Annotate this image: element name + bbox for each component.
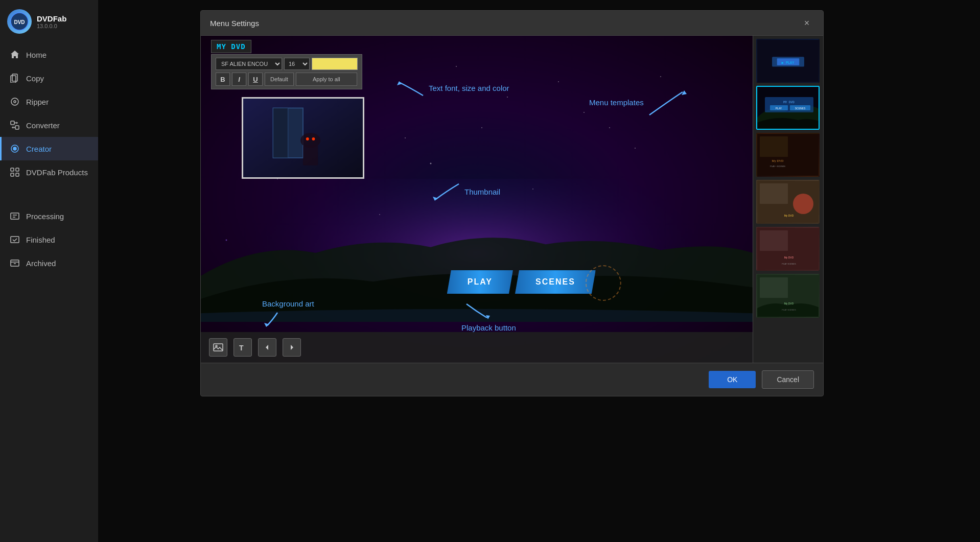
- text-tool-button[interactable]: T: [234, 338, 252, 357]
- next-template-button[interactable]: [283, 338, 301, 357]
- svg-rect-10: [11, 168, 14, 171]
- template-thumb-3[interactable]: My DVD PLAY • SCENES: [756, 133, 820, 177]
- svg-text:My DVD: My DVD: [784, 214, 794, 217]
- prev-template-button[interactable]: [258, 338, 276, 357]
- template-4-preview: My DVD: [757, 181, 820, 224]
- svg-text:DVD: DVD: [14, 19, 25, 25]
- default-button[interactable]: Default: [265, 73, 294, 86]
- sidebar-label-converter: Converter: [26, 121, 60, 130]
- svg-text:MY DVD: MY DVD: [783, 100, 795, 104]
- playback-buttons-container: PLAY SCENES: [447, 270, 596, 294]
- svg-rect-57: [760, 277, 788, 298]
- svg-text:PLAY SCENES: PLAY SCENES: [782, 309, 796, 311]
- font-family-select[interactable]: SF ALIEN ENCOU: [216, 58, 282, 70]
- scenes-button[interactable]: SCENES: [515, 270, 596, 294]
- underline-button[interactable]: U: [248, 73, 263, 86]
- copy-icon: [10, 73, 20, 83]
- svg-point-22: [306, 137, 309, 140]
- svg-rect-49: [760, 183, 788, 204]
- ok-button[interactable]: OK: [709, 371, 756, 388]
- template-5-preview: My DVD PLAY SCENES: [757, 228, 820, 271]
- ripper-icon: [10, 97, 20, 107]
- modal-title: Menu Settings: [210, 19, 259, 28]
- sidebar-item-finished[interactable]: Finished: [0, 228, 98, 251]
- svg-rect-45: [760, 136, 788, 157]
- svg-rect-24: [303, 146, 318, 166]
- svg-point-5: [14, 101, 16, 103]
- svg-text:PLAY • SCENES: PLAY • SCENES: [770, 165, 785, 168]
- sidebar-label-archived: Archived: [26, 259, 56, 268]
- svg-rect-15: [11, 237, 19, 243]
- svg-rect-3: [11, 76, 16, 83]
- svg-text:T: T: [239, 344, 244, 352]
- svg-rect-16: [11, 260, 19, 266]
- template-1-preview: ▶ PLAY: [757, 39, 819, 83]
- svg-text:SCENES: SCENES: [795, 107, 806, 110]
- svg-rect-53: [760, 230, 788, 251]
- preview-title-text[interactable]: MY DVD: [211, 40, 251, 53]
- thumbnail-svg: [243, 97, 363, 179]
- modal-footer: OK Cancel: [201, 363, 823, 396]
- play-button[interactable]: PLAY: [447, 270, 513, 294]
- sidebar-item-ripper[interactable]: Ripper: [0, 90, 98, 113]
- svg-point-23: [312, 137, 315, 140]
- sidebar: DVD DVDFab 13.0.0.0 Home Copy: [0, 0, 98, 542]
- app-logo: DVD DVDFab 13.0.0.0: [0, 0, 98, 43]
- sidebar-item-creator[interactable]: Creator: [0, 137, 98, 160]
- sidebar-item-copy[interactable]: Copy: [0, 66, 98, 90]
- template-thumb-6[interactable]: My DVD PLAY SCENES: [756, 274, 820, 318]
- sidebar-item-archived[interactable]: Archived: [0, 251, 98, 275]
- template-thumb-5[interactable]: My DVD PLAY SCENES: [756, 227, 820, 271]
- apply-to-all-button[interactable]: Apply to all: [296, 73, 357, 86]
- svg-text:▶ PLAY: ▶ PLAY: [782, 61, 794, 65]
- app-name-version: DVDFab 13.0.0.0: [37, 14, 66, 29]
- sidebar-label-processing: Processing: [26, 212, 64, 221]
- creator-icon: [10, 144, 20, 154]
- sidebar-label-creator: Creator: [26, 145, 52, 153]
- modal-header: Menu Settings ×: [201, 11, 823, 36]
- chevron-left-icon: [263, 343, 271, 351]
- home-icon: [10, 50, 20, 60]
- image-tool-button[interactable]: [209, 338, 227, 357]
- svg-rect-20: [273, 108, 288, 158]
- sidebar-item-converter[interactable]: Converter: [0, 113, 98, 137]
- archived-icon: [10, 258, 20, 268]
- templates-sidebar: ▶ PLAY MY DVD PLAY: [753, 36, 823, 363]
- template-3-preview: My DVD PLAY • SCENES: [757, 134, 820, 177]
- processing-icon: [10, 211, 20, 221]
- font-toolbar: SF ALIEN ENCOU 16 B I U Default: [211, 54, 362, 89]
- sidebar-item-processing[interactable]: Processing: [0, 204, 98, 228]
- svg-rect-6: [11, 121, 14, 125]
- template-thumb-2[interactable]: MY DVD PLAY SCENES: [756, 86, 820, 130]
- image-icon: [213, 342, 223, 352]
- svg-rect-14: [11, 213, 19, 219]
- font-row-1: SF ALIEN ENCOU 16: [216, 58, 358, 70]
- sidebar-label-dvdfab-products: DVDFab Products: [26, 168, 88, 177]
- font-color-picker[interactable]: [312, 58, 358, 70]
- svg-rect-30: [214, 344, 223, 351]
- sidebar-label-copy: Copy: [26, 74, 44, 83]
- sidebar-item-dvdfab-products[interactable]: DVDFab Products: [0, 160, 98, 184]
- template-2-preview: MY DVD PLAY SCENES: [757, 87, 820, 130]
- svg-rect-12: [11, 173, 14, 176]
- finished-icon: [10, 234, 20, 245]
- sidebar-item-home[interactable]: Home: [0, 43, 98, 66]
- template-thumb-1[interactable]: ▶ PLAY: [756, 39, 820, 83]
- template-thumb-4[interactable]: My DVD: [756, 180, 820, 224]
- modal-close-button[interactable]: ×: [800, 16, 814, 30]
- converter-icon: [10, 120, 20, 130]
- svg-text:My DVD: My DVD: [784, 256, 794, 259]
- dvdfab-products-icon: [10, 167, 20, 177]
- font-size-select[interactable]: 16: [284, 58, 310, 70]
- svg-point-50: [793, 194, 813, 214]
- italic-button[interactable]: I: [232, 73, 246, 86]
- cancel-button[interactable]: Cancel: [762, 370, 814, 389]
- svg-rect-2: [12, 74, 17, 81]
- svg-text:PLAY SCENES: PLAY SCENES: [782, 263, 796, 265]
- bold-button[interactable]: B: [216, 73, 230, 86]
- preview-bottom-toolbar: T: [201, 332, 753, 363]
- sidebar-label-finished: Finished: [26, 235, 55, 244]
- font-row-2: B I U Default Apply to all: [216, 73, 358, 86]
- menu-settings-modal: Menu Settings ×: [200, 10, 824, 396]
- chevron-right-icon: [288, 343, 296, 351]
